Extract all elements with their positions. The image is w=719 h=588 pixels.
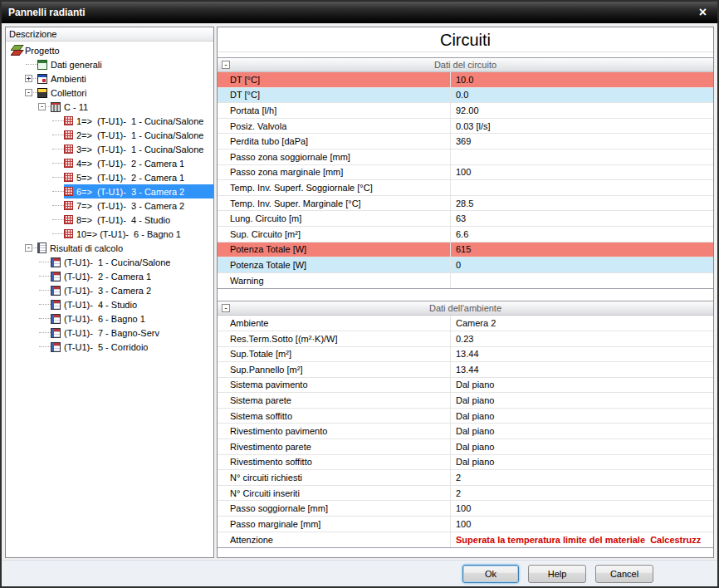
- collapse-icon[interactable]: -: [38, 103, 46, 110]
- tree-item-dati-generali[interactable]: Dati generali: [6, 57, 213, 71]
- row-value[interactable]: 369: [451, 134, 713, 149]
- row-value[interactable]: 6.6: [451, 227, 713, 242]
- table-row[interactable]: Passo marginale [mm] 100: [218, 517, 713, 532]
- table-row[interactable]: Lung. Circuito [m] 63: [218, 211, 713, 227]
- project-tree[interactable]: Progetto Dati generali + Ambienti - Coll…: [6, 42, 213, 557]
- tree-item-risultato-5[interactable]: (T-U1)- 5 - Corridoio: [6, 340, 213, 354]
- row-label: Lung. Circuito [m]: [218, 211, 451, 226]
- collapse-icon[interactable]: -: [222, 304, 230, 312]
- collapse-icon[interactable]: -: [25, 89, 32, 96]
- tree-item-label: 10=> (T-U1)- 6 - Bagno 1: [76, 229, 181, 239]
- help-button[interactable]: Help: [528, 565, 586, 583]
- tree-item-risultato-6[interactable]: (T-U1)- 6 - Bagno 1: [6, 311, 213, 326]
- table-row[interactable]: Posiz. Valvola 0.03 [l/s]: [218, 119, 713, 135]
- tree-item-circuito-6-selected[interactable]: 6=> (T-U1)- 3 - Camera 2: [6, 184, 213, 198]
- table-row[interactable]: DT [°C] 0.0: [218, 88, 713, 104]
- row-value[interactable]: 13.44: [451, 347, 713, 362]
- tree-item-circuito-7[interactable]: 7=> (T-U1)- 3 - Camera 2: [6, 198, 213, 213]
- row-value[interactable]: 0.0: [451, 88, 713, 103]
- expand-icon[interactable]: +: [25, 75, 32, 82]
- tree-item-circuito-3[interactable]: 3=> (T-U1)- 1 - Cucina/Salone: [6, 142, 213, 156]
- row-value[interactable]: 63: [451, 211, 713, 226]
- row-value[interactable]: Dal piano: [451, 455, 713, 470]
- cancel-button[interactable]: Cancel: [595, 565, 653, 583]
- row-value[interactable]: 13.44: [451, 362, 713, 377]
- table-row[interactable]: Sup.Totale [m²] 13.44: [218, 347, 713, 363]
- row-value[interactable]: 10.0: [451, 72, 713, 87]
- table-row[interactable]: Rivestimento soffitto Dal piano: [218, 455, 713, 471]
- table-row[interactable]: DT [°C] 10.0: [218, 72, 713, 88]
- tree-item-risultati[interactable]: - Risultati di calcolo: [6, 241, 213, 255]
- table-row[interactable]: Sistema parete Dal piano: [218, 393, 713, 409]
- row-value[interactable]: Dal piano: [451, 393, 713, 408]
- tree-item-risultato-7[interactable]: (T-U1)- 7 - Bagno-Serv: [6, 326, 213, 340]
- table-row[interactable]: Temp. Inv. Super. Marginale [°C] 28.5: [218, 196, 713, 212]
- row-value[interactable]: 0: [451, 257, 713, 272]
- tree-item-circuito-10[interactable]: 10=> (T-U1)- 6 - Bagno 1: [6, 227, 213, 241]
- row-value[interactable]: [451, 149, 713, 164]
- group-dati-circuito: - Dati del circuito DT [°C] 10.0 DT [°C]…: [218, 57, 713, 289]
- table-row[interactable]: Passo zona soggiornale [mm]: [218, 149, 713, 165]
- table-row[interactable]: Potenza Totale [W] 0: [218, 257, 713, 273]
- table-row[interactable]: Warning: [218, 273, 713, 289]
- row-value[interactable]: [451, 180, 713, 195]
- table-row[interactable]: Passo soggiornale [mm] 100: [218, 501, 713, 517]
- table-row[interactable]: Potenza Totale [W] 615: [218, 243, 713, 258]
- table-row[interactable]: Sistema pavimento Dal piano: [218, 378, 713, 394]
- row-value[interactable]: 0.03 [l/s]: [451, 119, 713, 134]
- table-row[interactable]: Res.Term.Sotto [(m²·K)/W] 0.23: [218, 331, 713, 347]
- tree-item-label: Collettori: [51, 88, 86, 98]
- ok-button[interactable]: Ok: [462, 565, 519, 583]
- row-value[interactable]: [451, 273, 713, 289]
- tree-item-c11[interactable]: - C - 11: [6, 100, 213, 114]
- row-value[interactable]: 2: [451, 470, 713, 485]
- row-value[interactable]: 28.5: [451, 196, 713, 211]
- row-value[interactable]: Dal piano: [451, 378, 713, 393]
- table-row[interactable]: Sup.Pannello [m²] 13.44: [218, 362, 713, 378]
- row-value[interactable]: Dal piano: [451, 424, 713, 439]
- table-row-warning[interactable]: Attenzione Superata la temperatura limit…: [218, 532, 713, 548]
- table-row[interactable]: N° Circuiti inseriti 2: [218, 486, 713, 502]
- row-value[interactable]: 92.00: [451, 103, 713, 118]
- tree-item-circuito-8[interactable]: 8=> (T-U1)- 4 - Studio: [6, 213, 213, 227]
- row-value[interactable]: Camera 2: [451, 316, 713, 331]
- row-value[interactable]: Dal piano: [451, 439, 713, 454]
- table-row[interactable]: Rivestimento parete Dal piano: [218, 439, 713, 455]
- row-value[interactable]: 0.23: [451, 331, 713, 346]
- tree-item-circuito-2[interactable]: 2=> (T-U1)- 1 - Cucina/Salone: [6, 128, 213, 142]
- tree-connector: -: [24, 241, 37, 255]
- tree-item-label: (T-U1)- 7 - Bagno-Serv: [64, 328, 159, 338]
- row-value[interactable]: 100: [451, 501, 713, 516]
- table-row[interactable]: Portata [l/h] 92.00: [218, 103, 713, 119]
- row-value[interactable]: 100: [451, 165, 713, 180]
- tree-item-risultato-3[interactable]: (T-U1)- 3 - Camera 2: [6, 283, 213, 297]
- table-row[interactable]: Ambiente Camera 2: [218, 316, 713, 331]
- collapse-icon[interactable]: -: [25, 244, 32, 252]
- row-value[interactable]: Dal piano: [451, 409, 713, 424]
- table-row[interactable]: N° circuiti richiesti 2: [218, 470, 713, 486]
- tree-item-progetto[interactable]: Progetto: [6, 43, 213, 57]
- tree-item-collettori[interactable]: - Collettori: [6, 86, 213, 100]
- table-row[interactable]: Temp. Inv. Superf. Soggiornale [°C]: [218, 180, 713, 196]
- table-row[interactable]: Perdita tubo [daPa] 369: [218, 134, 713, 149]
- circuit-icon: [64, 201, 73, 210]
- tree-item-risultato-1[interactable]: (T-U1)- 1 - Cucina/Salone: [6, 255, 213, 269]
- table-row[interactable]: Sistema soffitto Dal piano: [218, 409, 713, 424]
- collapse-icon[interactable]: -: [222, 61, 230, 69]
- close-icon[interactable]: ×: [695, 6, 711, 19]
- row-value[interactable]: 100: [451, 517, 713, 532]
- row-value[interactable]: 2: [451, 486, 713, 501]
- tree-item-ambienti[interactable]: + Ambienti: [6, 71, 213, 86]
- tree-item-risultato-2[interactable]: (T-U1)- 2 - Camera 1: [6, 269, 213, 283]
- tree-item-risultato-4[interactable]: (T-U1)- 4 - Studio: [6, 297, 213, 311]
- table-row[interactable]: Passo zona marginale [mm] 100: [218, 165, 713, 181]
- circuit-icon: [64, 187, 73, 196]
- tree-item-circuito-5[interactable]: 5=> (T-U1)- 2 - Camera 1: [6, 170, 213, 184]
- tree-item-circuito-1[interactable]: 1=> (T-U1)- 1 - Cucina/Salone: [6, 114, 213, 128]
- title-bar[interactable]: Pannelli radianti ×: [2, 2, 717, 23]
- tree-item-label: 2=> (T-U1)- 1 - Cucina/Salone: [76, 130, 203, 140]
- tree-item-circuito-4[interactable]: 4=> (T-U1)- 2 - Camera 1: [6, 156, 213, 170]
- row-value[interactable]: 615: [451, 243, 713, 257]
- table-row[interactable]: Sup. Circuito [m²] 6.6: [218, 227, 713, 243]
- table-row[interactable]: Rivestimento pavimento Dal piano: [218, 424, 713, 439]
